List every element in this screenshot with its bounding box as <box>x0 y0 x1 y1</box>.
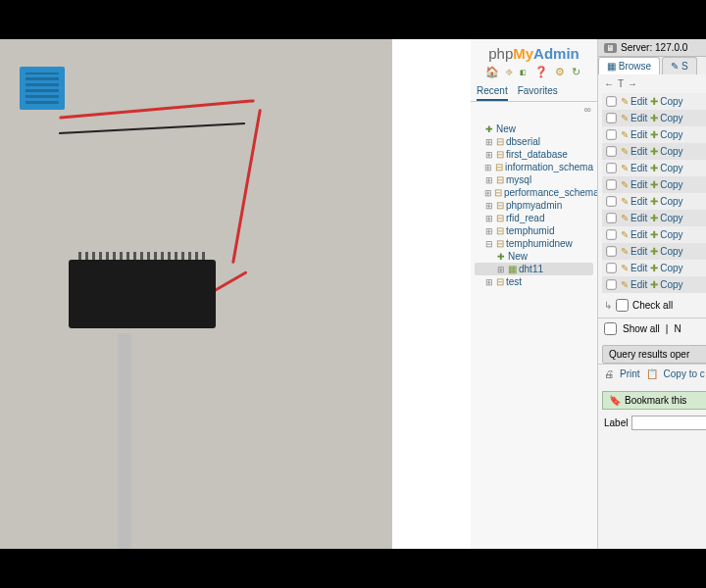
pencil-icon: ✎ <box>621 146 629 157</box>
copy-icon: ✚ <box>650 146 658 157</box>
copy-link[interactable]: ✚Copy <box>650 129 682 140</box>
row-checkbox[interactable] <box>606 229 616 239</box>
edit-link[interactable]: ✎Edit <box>621 129 647 140</box>
edit-link[interactable]: ✎Edit <box>621 213 647 223</box>
tree-db-mysql[interactable]: ⊞⊟mysql <box>475 173 593 186</box>
collapse-icon: ⊟ <box>484 239 494 249</box>
bookmark-header: 🔖 Bookmark this <box>602 391 706 410</box>
main-tabs: ▦ Browse ✎ S <box>598 57 706 74</box>
copy-icon: ✚ <box>650 246 658 257</box>
tree-db-temphumidnew[interactable]: ⊟⊟temphumidnew <box>475 237 593 250</box>
tree-db-phpmyadmin[interactable]: ⊞⊟phpmyadmin <box>475 199 593 212</box>
row-checkbox[interactable] <box>606 279 616 289</box>
tree-table-dht11[interactable]: ⊞▦dht11 <box>475 263 593 275</box>
db-icon: ⊟ <box>496 225 504 236</box>
row-checkbox[interactable] <box>606 196 616 206</box>
edit-link[interactable]: ✎Edit <box>621 113 647 123</box>
copy-link[interactable]: ✚Copy <box>650 163 682 173</box>
pencil-icon: ✎ <box>621 279 629 290</box>
bookmark-label-row: Label <box>598 410 706 436</box>
row-checkbox[interactable] <box>606 246 616 256</box>
next-icon[interactable]: → <box>628 78 637 89</box>
docs-icon[interactable]: ❓ <box>534 66 550 77</box>
copy-icon: ✚ <box>650 179 658 190</box>
prev-icon[interactable]: ← <box>604 78 614 89</box>
tree-new-table[interactable]: ✚New <box>475 250 593 263</box>
copy-icon: ✚ <box>650 113 658 123</box>
wire-red-side <box>231 109 262 264</box>
phpmyadmin-pane: phpMyAdmin 🏠 ⎆ ◧ ❓ ⚙ ↻ Recent Favorites … <box>471 39 706 549</box>
pma-sidebar: phpMyAdmin 🏠 ⎆ ◧ ❓ ⚙ ↻ Recent Favorites … <box>471 39 598 549</box>
show-all-checkbox[interactable] <box>604 322 617 335</box>
expand-icon: ⊞ <box>484 175 494 185</box>
copy-clipboard-link[interactable]: Copy to c <box>664 368 705 379</box>
data-rows: ✎Edit✚Copy✎Edit✚Copy✎Edit✚Copy✎Edit✚Copy… <box>598 93 706 293</box>
settings-icon[interactable]: ⚙ <box>555 66 567 77</box>
table-row: ✎Edit✚Copy <box>602 260 706 276</box>
tree-db-information-schema[interactable]: ⊞⊟information_schema <box>475 161 593 173</box>
tab-structure[interactable]: ✎ S <box>662 57 696 74</box>
tree-db-first-database[interactable]: ⊞⊟first_database <box>475 148 593 161</box>
table-row: ✎Edit✚Copy <box>602 126 706 143</box>
row-checkbox[interactable] <box>606 129 616 139</box>
copy-link[interactable]: ✚Copy <box>650 113 682 123</box>
collapse-icon[interactable]: ∞ <box>471 102 597 121</box>
row-checkbox[interactable] <box>606 146 616 156</box>
row-checkbox[interactable] <box>606 213 616 222</box>
tab-browse-label: Browse <box>619 61 651 72</box>
pencil-icon: ✎ <box>621 263 629 273</box>
copy-link[interactable]: ✚Copy <box>650 263 682 273</box>
check-all-checkbox[interactable] <box>616 299 629 312</box>
logo-my: My <box>513 45 533 62</box>
print-link[interactable]: Print <box>620 368 640 379</box>
expand-icon: ⊞ <box>484 188 492 198</box>
copy-link[interactable]: ✚Copy <box>650 179 682 190</box>
tree-new[interactable]: ✚New <box>475 122 593 135</box>
pencil-icon: ✎ <box>621 179 629 190</box>
copy-link[interactable]: ✚Copy <box>650 196 682 207</box>
bookmark-icon: 🔖 <box>609 395 621 406</box>
row-checkbox[interactable] <box>606 179 616 189</box>
reload-icon[interactable]: ↻ <box>572 66 582 77</box>
row-checkbox[interactable] <box>606 113 616 122</box>
copy-icon: ✚ <box>650 263 658 273</box>
edit-link[interactable]: ✎Edit <box>621 96 647 107</box>
tree-db-rfid-read[interactable]: ⊞⊟rfid_read <box>475 212 593 224</box>
row-checkbox[interactable] <box>606 163 616 172</box>
server-breadcrumb[interactable]: 🖥 Server: 127.0.0 <box>598 39 706 57</box>
tree-db-performance-schema[interactable]: ⊞⊟performance_schema <box>475 186 593 199</box>
db-label: dbserial <box>506 136 540 147</box>
copy-link[interactable]: ✚Copy <box>650 229 682 240</box>
sql-icon[interactable]: ◧ <box>520 66 529 77</box>
edit-link[interactable]: ✎Edit <box>621 146 647 157</box>
tree-db-temphumid[interactable]: ⊞⊟temphumid <box>475 224 593 237</box>
copy-link[interactable]: ✚Copy <box>650 146 682 157</box>
tab-favorites[interactable]: Favorites <box>518 82 558 101</box>
edit-link[interactable]: ✎Edit <box>621 196 647 207</box>
edit-link[interactable]: ✎Edit <box>621 279 647 290</box>
home-icon[interactable]: 🏠 <box>485 66 501 77</box>
check-all-label: Check all <box>632 300 673 311</box>
pencil-icon: ✎ <box>621 129 629 140</box>
edit-link[interactable]: ✎Edit <box>621 246 647 257</box>
t-icon[interactable]: T <box>618 78 624 89</box>
table-row: ✎Edit✚Copy <box>602 210 706 226</box>
tab-recent[interactable]: Recent <box>477 82 508 101</box>
row-checkbox[interactable] <box>606 263 616 272</box>
copy-link[interactable]: ✚Copy <box>650 279 682 290</box>
edit-link[interactable]: ✎Edit <box>621 263 647 273</box>
copy-link[interactable]: ✚Copy <box>650 246 682 257</box>
new-icon: ✚ <box>496 252 506 262</box>
edit-link[interactable]: ✎Edit <box>621 229 647 240</box>
tree-db-test[interactable]: ⊞⊟test <box>475 275 593 288</box>
tree-db-dbserial[interactable]: ⊞⊟dbserial <box>475 135 593 148</box>
copy-link[interactable]: ✚Copy <box>650 213 682 223</box>
bookmark-label-input[interactable] <box>631 416 706 430</box>
row-checkbox[interactable] <box>606 96 616 106</box>
tab-browse[interactable]: ▦ Browse <box>598 57 660 74</box>
edit-link[interactable]: ✎Edit <box>621 163 647 173</box>
edit-link[interactable]: ✎Edit <box>621 179 647 190</box>
copy-link[interactable]: ✚Copy <box>650 96 682 107</box>
logout-icon[interactable]: ⎆ <box>506 66 515 77</box>
num-rows-label: N <box>674 323 681 334</box>
